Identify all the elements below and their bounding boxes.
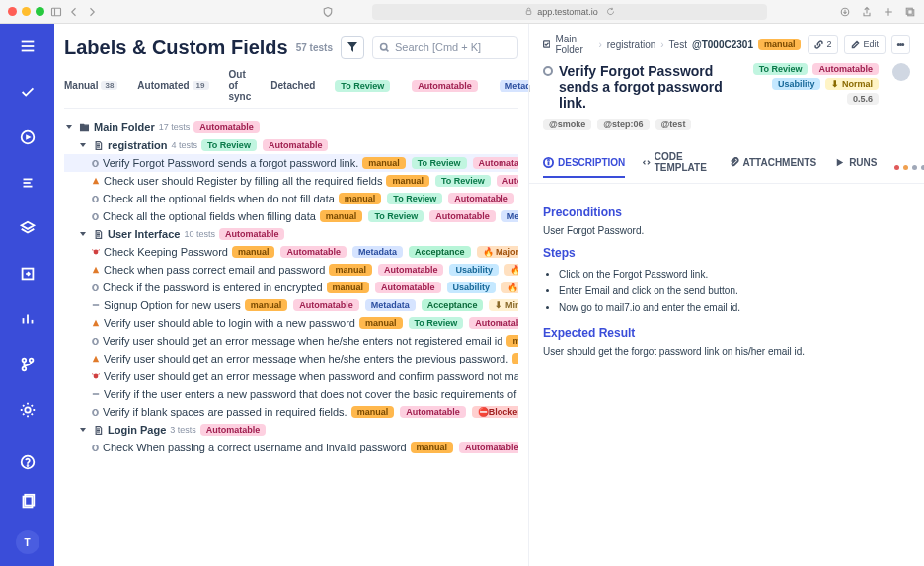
test-row[interactable]: Signup Option for new users manualAutoma…	[64, 296, 518, 314]
window-close[interactable]	[8, 7, 17, 16]
tests-icon[interactable]	[17, 81, 38, 103]
run-dot[interactable]	[903, 165, 908, 170]
tag-pill[interactable]: Usability	[449, 264, 499, 276]
tag-pill[interactable]: Acceptance	[422, 299, 484, 311]
tag-pill[interactable]: manual	[339, 193, 382, 204]
import-icon[interactable]	[17, 263, 38, 284]
tag-pill[interactable]: manual	[245, 299, 288, 311]
test-row[interactable]: Check all the optional fields when filli…	[64, 207, 518, 225]
shield-icon[interactable]	[322, 6, 334, 18]
tag-pill[interactable]: 🔥 Major	[504, 264, 518, 276]
tag-pill[interactable]: Usability	[772, 78, 821, 90]
tag-pill[interactable]: manual	[359, 317, 403, 329]
edit-button[interactable]: Edit	[844, 35, 886, 54]
tree-suite[interactable]: Login Page 3 tests Automatable	[64, 421, 518, 439]
tag-pill[interactable]: Metadata	[501, 210, 518, 222]
tree-folder[interactable]: Main Folder 17 tests Automatable	[64, 119, 518, 136]
plus-icon[interactable]	[883, 6, 894, 18]
tag-pill[interactable]: ⬇ Normal	[825, 78, 879, 90]
tag-pill[interactable]: manual	[386, 175, 429, 187]
tag-pill[interactable]: Automatable	[293, 299, 359, 311]
tag-pill[interactable]: Usability	[447, 282, 497, 293]
tag-pill[interactable]: @test	[655, 119, 692, 130]
filter-pill[interactable]: Metadata	[500, 80, 528, 92]
tag-pill[interactable]: Automatable	[473, 157, 518, 169]
refresh-icon[interactable]	[606, 7, 615, 16]
tag-pill[interactable]: manual	[329, 264, 372, 276]
test-row[interactable]: Check user should Register by filling al…	[64, 172, 518, 190]
branch-icon[interactable]	[17, 354, 38, 375]
tag-pill[interactable]: manual	[506, 335, 518, 347]
test-row[interactable]: Verify if the user enters a new password…	[64, 385, 518, 403]
test-row[interactable]: Check when pass correct email and passwo…	[64, 261, 518, 279]
test-row[interactable]: Check if the password is entered in encr…	[64, 279, 518, 296]
tag-pill[interactable]: ⛔Blocker	[472, 406, 518, 418]
user-avatar[interactable]: T	[16, 530, 39, 554]
tag-pill[interactable]: manual	[232, 246, 275, 258]
download-icon[interactable]	[839, 6, 851, 18]
breadcrumb-item[interactable]: Main Folder	[555, 34, 593, 55]
tag-pill[interactable]: ⬇ Minor	[489, 299, 518, 311]
test-row[interactable]: Verify user should get an error message …	[64, 350, 518, 367]
test-row[interactable]: Check all the optional fields when do no…	[64, 190, 518, 207]
tag-pill[interactable]: manual	[362, 157, 406, 169]
tag-pill[interactable]: Automatable	[497, 175, 518, 187]
more-button[interactable]	[891, 35, 910, 54]
filter-pill[interactable]: To Review	[335, 80, 390, 92]
analytics-icon[interactable]	[17, 308, 38, 330]
filter-pill[interactable]: Automatable	[412, 80, 478, 92]
tag-pill[interactable]: 🔥 Major	[477, 246, 518, 258]
sidebar-toggle-icon[interactable]	[50, 6, 62, 18]
test-row[interactable]: Check Keeping Password manualAutomatable…	[64, 243, 518, 261]
tag-pill[interactable]: Automatable	[459, 442, 518, 453]
tag-pill[interactable]: Automatable	[200, 424, 267, 436]
caret-icon[interactable]	[78, 425, 88, 435]
tag-pill[interactable]: To Review	[368, 210, 424, 222]
window-maximize[interactable]	[36, 7, 44, 16]
runs-icon[interactable]	[17, 126, 38, 148]
caret-icon[interactable]	[78, 140, 88, 150]
filter-tab[interactable]: Automated19	[137, 80, 208, 91]
filter-button[interactable]	[341, 36, 364, 59]
checkbox-icon[interactable]	[543, 40, 550, 49]
close-panel-button[interactable]: [Esc]	[528, 63, 531, 99]
tag-pill[interactable]: @step:06	[597, 119, 649, 130]
tag-pill[interactable]: manual	[351, 406, 395, 418]
tag-pill[interactable]: Automatable	[263, 139, 329, 151]
help-icon[interactable]	[17, 451, 38, 473]
tag-pill[interactable]: To Review	[409, 317, 464, 329]
test-row[interactable]: Verify if blank spaces are passed in req…	[64, 403, 518, 421]
test-row[interactable]: Verify user should get an error message …	[64, 332, 518, 350]
filter-tab[interactable]: Manual38	[64, 80, 117, 91]
breadcrumb-item[interactable]: registration	[607, 40, 655, 50]
share-icon[interactable]	[861, 6, 873, 18]
forward-icon[interactable]	[86, 6, 98, 18]
filter-tab[interactable]: Detached	[270, 80, 315, 91]
tag-pill[interactable]: 🔥 Major	[501, 282, 518, 293]
tag-pill[interactable]: Metadata	[365, 299, 416, 311]
filter-tab[interactable]: Out of sync	[229, 69, 252, 102]
tag-pill[interactable]: manual	[512, 353, 518, 364]
tag-pill[interactable]: To Review	[753, 63, 808, 75]
docs-icon[interactable]	[17, 491, 38, 513]
detail-tab-runs[interactable]: RUNS	[834, 157, 877, 178]
tree-suite[interactable]: User Interface 10 tests Automatable	[64, 225, 518, 243]
run-dot[interactable]	[894, 165, 899, 170]
tag-pill[interactable]: Automatable	[219, 228, 285, 240]
tag-pill[interactable]: To Review	[435, 175, 491, 187]
tag-pill[interactable]: Automatable	[193, 121, 260, 133]
test-row[interactable]: Verify user should get an error message …	[64, 367, 518, 385]
search-input[interactable]: Search [Cmd + K]	[372, 36, 518, 59]
tag-pill[interactable]: manual	[411, 442, 454, 453]
tag-pill[interactable]: Automatable	[429, 210, 496, 222]
link-count[interactable]: 2	[808, 35, 838, 54]
tabs-icon[interactable]	[904, 6, 916, 18]
tag-pill[interactable]: Acceptance	[409, 246, 471, 258]
test-row[interactable]: Verify Forgot Password sends a forgot pa…	[64, 154, 518, 172]
list-icon[interactable]	[17, 172, 38, 194]
tag-pill[interactable]: Automatable	[280, 246, 346, 258]
tree-suite[interactable]: registration 4 tests To ReviewAutomatabl…	[64, 136, 518, 154]
tag-pill[interactable]: manual	[320, 210, 363, 222]
run-dot[interactable]	[912, 165, 917, 170]
tag-pill[interactable]: To Review	[387, 193, 442, 204]
